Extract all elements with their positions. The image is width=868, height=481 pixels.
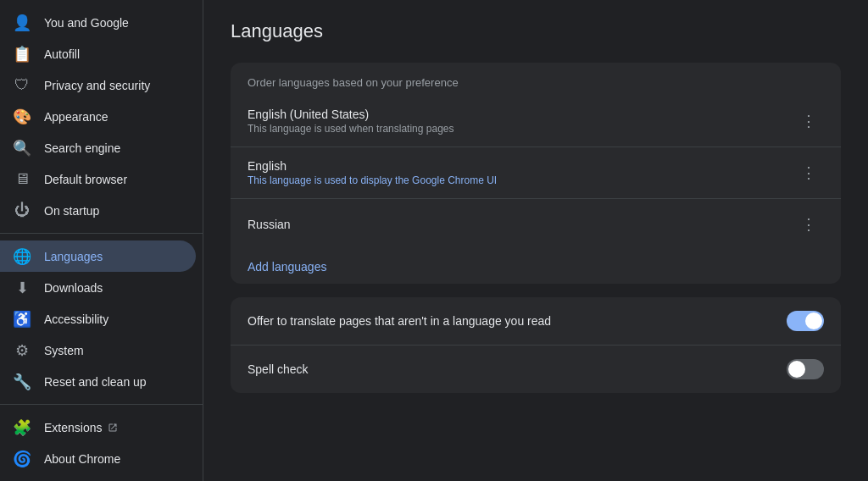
sidebar-divider [0,233,203,234]
sidebar-item-downloads[interactable]: ⬇Downloads [0,272,196,303]
sidebar-label-extensions: Extensions [44,421,102,434]
sidebar-item-about-chrome[interactable]: 🌀About Chrome [0,443,196,474]
toggle-switch[interactable] [787,359,824,379]
shield-icon: 🛡 [14,77,31,94]
browser-icon: 🖥 [14,171,31,188]
toggle-knob [805,312,822,329]
sidebar-label-appearance: Appearance [44,110,108,124]
toggle-switch[interactable] [787,311,824,331]
sidebar-label-system: System [44,344,84,357]
sidebar-label-reset-cleanup: Reset and clean up [44,375,147,389]
search-icon: 🔍 [14,140,31,157]
sidebar-item-languages[interactable]: 🌐Languages [0,240,196,272]
external-link-icon [107,422,119,434]
language-info: English (United States)This language is … [248,108,793,135]
language-menu-button[interactable]: ⋮ [793,158,824,188]
sidebar-item-autofill[interactable]: 📋Autofill [0,38,196,69]
language-list: English (United States)This language is … [231,96,841,250]
chrome-icon: 🌀 [14,451,31,467]
sidebar-item-privacy-security[interactable]: 🛡Privacy and security [0,69,196,101]
accessibility-icon: ♿ [14,311,31,328]
language-item[interactable]: EnglishThis language is used to display … [231,147,841,199]
settings-icon: ⚙ [14,342,31,359]
assignment-icon: 📋 [14,46,31,63]
language-sub: This language is used when translating p… [248,123,793,135]
sidebar-label-autofill: Autofill [44,47,80,61]
toggle-list: Offer to translate pages that aren't in … [231,297,841,393]
language-item[interactable]: Russian⋮ [231,199,841,250]
sidebar-label-default-browser: Default browser [44,173,127,186]
language-name: English (United States) [248,108,793,121]
sidebar-item-reset-cleanup[interactable]: 🔧Reset and clean up [0,366,196,397]
person-icon: 👤 [14,14,31,31]
toggle-row: Spell check [231,346,841,393]
language-info: Russian [248,218,793,231]
toggle-row: Offer to translate pages that aren't in … [231,297,841,346]
sidebar-label-downloads: Downloads [44,281,103,295]
toggle-knob [788,361,805,378]
sidebar-label-languages: Languages [44,250,103,263]
sidebar-label-on-startup: On startup [44,204,99,218]
sidebar-divider [0,404,203,405]
sidebar-label-privacy-security: Privacy and security [44,79,150,92]
language-item[interactable]: English (United States)This language is … [231,96,841,147]
sidebar-item-on-startup[interactable]: ⏻On startup [0,195,196,226]
sidebar-label-you-and-google: You and Google [44,16,129,30]
toggles-card: Offer to translate pages that aren't in … [231,297,841,393]
sidebar-item-appearance[interactable]: 🎨Appearance [0,101,196,132]
toggle-label: Spell check [248,362,787,376]
palette-icon: 🎨 [14,108,31,125]
sidebar-label-about-chrome: About Chrome [44,452,120,466]
language-name: English [248,159,793,173]
sidebar: 👤You and Google📋Autofill🛡Privacy and sec… [0,0,203,481]
card-section-title: Order languages based on your preference [231,63,841,96]
page-title: Languages [231,20,841,42]
language-name: Russian [248,218,793,231]
sidebar-item-default-browser[interactable]: 🖥Default browser [0,163,196,195]
power-icon: ⏻ [14,202,31,219]
sidebar-item-accessibility[interactable]: ♿Accessibility [0,303,196,334]
globe-icon: 🌐 [14,248,31,265]
download-icon: ⬇ [14,279,31,296]
language-sub: This language is used to display the Goo… [248,174,793,186]
add-languages-button[interactable]: Add languages [231,250,343,284]
toggle-label: Offer to translate pages that aren't in … [248,314,787,328]
main-content: Languages Order languages based on your … [203,0,868,481]
sidebar-item-system[interactable]: ⚙System [0,334,196,366]
sidebar-label-search-engine: Search engine [44,141,120,155]
language-info: EnglishThis language is used to display … [248,159,793,186]
sidebar-label-accessibility: Accessibility [44,312,108,326]
reset-icon: 🔧 [14,373,31,390]
sidebar-item-search-engine[interactable]: 🔍Search engine [0,132,196,163]
languages-card: Order languages based on your preference… [231,63,841,284]
language-menu-button[interactable]: ⋮ [793,106,824,136]
language-menu-button[interactable]: ⋮ [793,209,824,240]
puzzle-icon: 🧩 [14,419,31,436]
sidebar-item-extensions[interactable]: 🧩Extensions [0,412,196,443]
sidebar-item-you-and-google[interactable]: 👤You and Google [0,7,196,38]
